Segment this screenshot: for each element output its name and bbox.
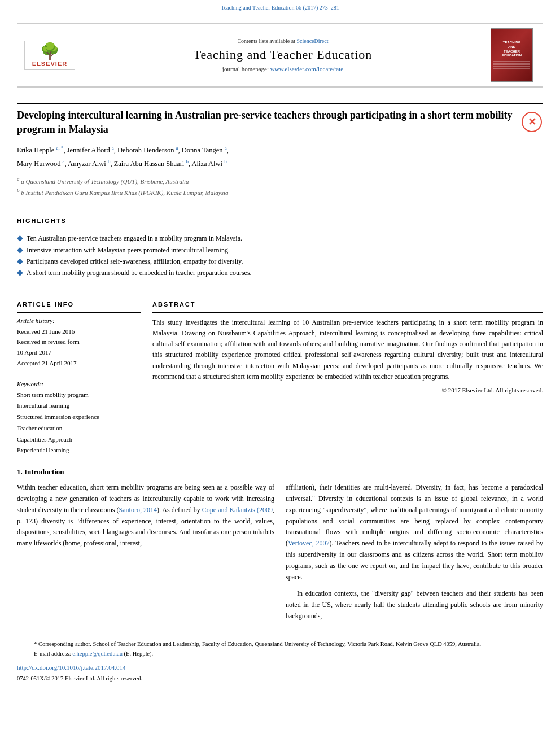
intro-body: Within teacher education, short term mob… xyxy=(0,482,560,628)
intro-heading: 1. Introduction xyxy=(17,468,543,477)
article-info-abstract-section: ARTICLE INFO Article history: Received 2… xyxy=(0,295,560,457)
sciencedirect-link[interactable]: ScienceDirect xyxy=(296,38,328,44)
journal-title: Teaching and Teacher Education xyxy=(82,47,484,62)
highlight-bullet-3: ◆ xyxy=(17,256,23,267)
keywords-divider xyxy=(17,377,141,377)
abstract-col: ABSTRACT This study investigates the int… xyxy=(152,301,543,457)
journal-ref: Teaching and Teacher Education 66 (2017)… xyxy=(221,5,339,11)
affiliations: a a Queensland University of Technology … xyxy=(17,175,543,198)
footnote-section: * Corresponding author. School of Teache… xyxy=(17,634,543,659)
affiliation-a: a a Queensland University of Technology … xyxy=(17,175,543,186)
keyword-6: Experiential learning xyxy=(17,445,141,456)
keyword-3: Structured immersion experience xyxy=(17,412,141,423)
contents-available: Contents lists available at ScienceDirec… xyxy=(82,38,484,44)
highlight-bullet-4: ◆ xyxy=(17,267,23,278)
crossmark-icon: ✕ xyxy=(522,112,542,132)
journal-cover-title: TEACHINGANDTEACHEREDUCATION xyxy=(502,41,522,58)
journal-header: 🌳 ELSEVIER Contents lists available at S… xyxy=(17,23,543,88)
intro-col-right: affiliation), their identities are multi… xyxy=(286,482,543,628)
doi-section: http://dx.doi.org/10.1016/j.tate.2017.04… xyxy=(0,658,560,674)
keywords-section: Keywords: Short term mobility program In… xyxy=(17,377,141,457)
article-info-col: ARTICLE INFO Article history: Received 2… xyxy=(17,301,141,457)
elsevier-logo: 🌳 ELSEVIER xyxy=(24,41,75,70)
highlights-section: HIGHLIGHTS ◆ Ten Australian pre-service … xyxy=(0,212,560,295)
highlights-divider xyxy=(17,229,543,229)
article-info-label: ARTICLE INFO xyxy=(17,301,141,308)
vertovec-link[interactable]: Vertovec, 2007 xyxy=(288,539,330,547)
intro-para-right-1: affiliation), their identities are multi… xyxy=(286,482,543,583)
abstract-text: This study investigates the intercultura… xyxy=(152,317,543,382)
highlight-item-3: ◆ Participants developed critical self-a… xyxy=(17,256,543,267)
intro-para-left: Within teacher education, short term mob… xyxy=(17,482,274,549)
abstract-divider xyxy=(152,312,543,313)
highlights-label: HIGHLIGHTS xyxy=(17,217,543,224)
footnote-email: E-mail address: e.hepple@qut.edu.au (E. … xyxy=(34,649,526,659)
abstract-copyright: © 2017 Elsevier Ltd. All rights reserved… xyxy=(152,387,543,394)
article-title: Developing intercultural learning in Aus… xyxy=(17,108,543,137)
keyword-2: Intercultural learning xyxy=(17,400,141,412)
divider-top xyxy=(17,103,543,104)
divider-after-affiliations xyxy=(17,207,543,207)
journal-header-body: 🌳 ELSEVIER Contents lists available at S… xyxy=(18,24,542,87)
journal-cover-box: TEACHINGANDTEACHEREDUCATION xyxy=(491,28,533,82)
cope-link[interactable]: Cope and Kalantzis (2009 xyxy=(202,506,273,514)
received-date: Received 21 June 2016 xyxy=(17,326,141,337)
journal-title-center: Contents lists available at ScienceDirec… xyxy=(82,38,484,72)
intro-col-left: Within teacher education, short term mob… xyxy=(17,482,274,628)
intro-para-right-2: In education contexts, the "diversity ga… xyxy=(286,588,543,622)
journal-ref-line: Teaching and Teacher Education 66 (2017)… xyxy=(0,0,560,13)
highlight-item-4: ◆ A short term mobility program should b… xyxy=(17,267,543,278)
footnote-text: * Corresponding author. School of Teache… xyxy=(34,640,526,649)
intro-section: 1. Introduction xyxy=(0,456,560,477)
highlight-item-2: ◆ Intensive interaction with Malaysian p… xyxy=(17,244,543,256)
copyright-footer: 0742-051X/© 2017 Elsevier Ltd. All right… xyxy=(0,674,560,687)
keyword-5: Capabilities Approach xyxy=(17,434,141,445)
keyword-4: Teacher education xyxy=(17,423,141,434)
email-label: E-mail address: xyxy=(34,650,71,657)
highlights-bottom-divider xyxy=(17,285,543,285)
page: Teaching and Teacher Education 66 (2017)… xyxy=(0,0,560,747)
santoro-link[interactable]: Santoro, 2014 xyxy=(119,506,157,514)
highlight-bullet-1: ◆ xyxy=(17,233,23,244)
journal-homepage: journal homepage: www.elsevier.com/locat… xyxy=(82,65,484,72)
authors: Erika Hepple a, *, Jennifer Alford a, De… xyxy=(17,143,543,170)
keyword-1: Short term mobility program xyxy=(17,390,141,401)
affiliation-b: b b Institut Pendidikan Guru Kampus Ilmu… xyxy=(17,186,543,198)
homepage-link[interactable]: www.elsevier.com/locate/tate xyxy=(270,65,343,72)
journal-cover-lines xyxy=(493,60,530,69)
revised-date: Received in revised form10 April 2017 xyxy=(17,337,141,357)
keywords-label: Keywords: xyxy=(17,381,141,387)
journal-cover: TEACHINGANDTEACHEREDUCATION xyxy=(491,28,536,82)
crossmark[interactable]: ✕ xyxy=(520,111,543,133)
highlight-item-1: ◆ Ten Australian pre-service teachers en… xyxy=(17,233,543,244)
email-suffix: (E. Hepple). xyxy=(124,650,154,657)
article-info-divider xyxy=(17,312,141,313)
article-title-section: ✕ Developing intercultural learning in A… xyxy=(0,88,560,207)
highlight-bullet-2: ◆ xyxy=(17,244,23,256)
accepted-date: Accepted 21 April 2017 xyxy=(17,358,141,369)
email-link[interactable]: e.hepple@qut.edu.au xyxy=(72,650,123,657)
article-history-label: Article history: xyxy=(17,317,141,324)
doi-link[interactable]: http://dx.doi.org/10.1016/j.tate.2017.04… xyxy=(17,664,126,671)
abstract-label: ABSTRACT xyxy=(152,301,543,308)
elsevier-label: ELSEVIER xyxy=(32,60,67,67)
elsevier-tree-icon: 🌳 xyxy=(40,43,60,59)
